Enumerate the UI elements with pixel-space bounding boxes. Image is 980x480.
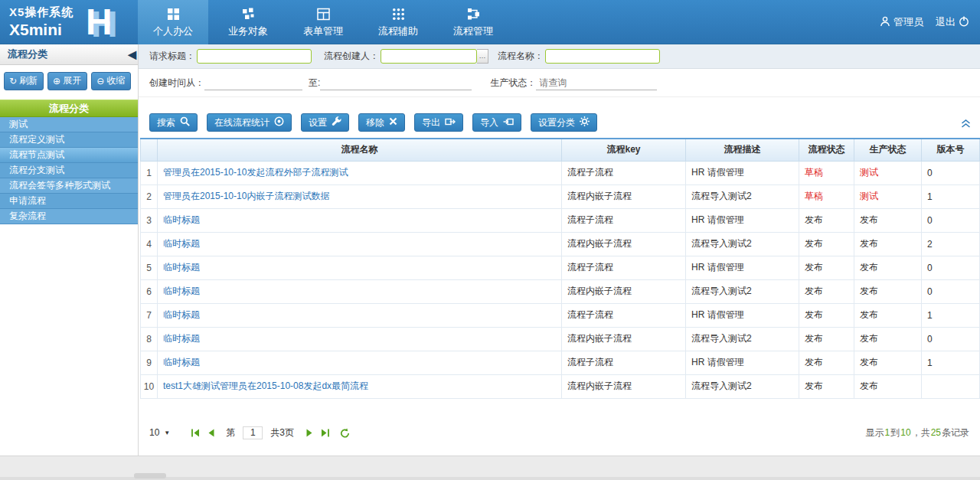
created-to-input[interactable] [320, 77, 472, 90]
cell-status: 发布 [799, 327, 854, 351]
sidebar-item-process-countersign-test[interactable]: 流程会签等多种形式测试 [0, 178, 138, 194]
cell-version [922, 374, 980, 398]
set-category-button[interactable]: 设置分类 [531, 113, 597, 132]
process-name-link[interactable]: 临时标题 [163, 238, 200, 249]
request-title-label: 请求标题： [149, 50, 195, 63]
total-pages: 共3页 [270, 426, 294, 439]
wrench-icon [332, 116, 341, 129]
process-name-link[interactable]: 临时标题 [163, 286, 200, 296]
sidebar-collapse-icon[interactable]: ◀ [128, 44, 136, 64]
collapse-label: 收缩 [106, 74, 125, 87]
import-button[interactable]: 导入 [472, 113, 521, 132]
sidebar-item-process-definition-test[interactable]: 流程定义测试 [0, 132, 138, 148]
creator-lookup-button[interactable]: … [477, 49, 488, 64]
export-icon [445, 117, 456, 129]
to-label: 至: [309, 77, 320, 90]
created-from-input[interactable] [204, 77, 302, 90]
last-page-button[interactable] [321, 429, 330, 437]
cell-key: 流程内嵌子流程 [562, 232, 686, 256]
refresh-button[interactable]: ↻ 刷新 [4, 72, 44, 90]
col-process-status[interactable]: 流程状态 [799, 139, 854, 161]
settings-button[interactable]: 设置 [301, 113, 349, 132]
cell-desc: 流程导入测试2 [686, 232, 799, 256]
cell-version: 0 [922, 327, 980, 351]
row-number: 2 [141, 184, 158, 208]
tab-form-management[interactable]: 表单管理 [288, 0, 358, 44]
process-name-link[interactable]: 临时标题 [163, 214, 200, 225]
main-content: 请求标题： 流程创建人： … 流程名称： 创建时间从： 至: 生产状态： 搜 [139, 44, 980, 456]
top-header: X5操作系统 X5mini H H 个人办公 业务对象 [0, 0, 980, 44]
import-icon [503, 117, 514, 129]
footer-bar [0, 456, 980, 480]
col-row-number [141, 139, 158, 161]
tab-personal-office[interactable]: 个人办公 [138, 0, 208, 44]
main-nav: 个人办公 业务对象 表单管理 流程辅助 [138, 0, 513, 44]
reload-icon[interactable] [340, 428, 350, 438]
cell-key: 流程内嵌子流程 [562, 374, 686, 398]
production-status-input[interactable] [536, 77, 657, 90]
collapse-panel-icon[interactable] [961, 117, 971, 131]
creator-group: 流程创建人： … [324, 49, 488, 64]
process-name-input[interactable] [545, 49, 660, 64]
process-name-link[interactable]: test1大雄测试管理员在2015-10-08发起dx最简流程 [163, 380, 368, 391]
process-name-link[interactable]: 临时标题 [163, 357, 200, 367]
request-title-input[interactable] [197, 49, 312, 64]
cell-version: 1 [922, 351, 980, 374]
creator-input[interactable] [381, 49, 477, 64]
col-process-desc[interactable]: 流程描述 [686, 139, 799, 161]
export-label: 导出 [422, 116, 440, 129]
tab-business-object[interactable]: 业务对象 [213, 0, 283, 44]
process-assist-icon [391, 7, 406, 21]
scrollbar-thumb[interactable] [134, 473, 166, 478]
remove-icon [389, 117, 397, 128]
process-name-link[interactable]: 临时标题 [163, 262, 200, 273]
logout-button[interactable]: 退出 [936, 15, 969, 29]
cell-prod: 测试 [854, 184, 922, 208]
table-row: 3 临时标题 流程子流程 HR 请假管理 发布 发布 0 [141, 208, 980, 232]
online-stats-button[interactable]: 在线流程统计 [207, 113, 292, 132]
first-page-button[interactable] [191, 429, 200, 437]
process-name-link[interactable]: 管理员在2015-10-10内嵌子流程测试数据 [163, 191, 329, 201]
table-header-row: 流程名称 流程key 流程描述 流程状态 生产状态 版本号 [141, 139, 980, 161]
page-size-select[interactable]: 10 ▼ [149, 427, 170, 438]
sidebar-panel-header: 流程分类 ◀ [0, 44, 138, 65]
app-logo: H H [86, 0, 135, 44]
process-name-link[interactable]: 管理员在2015-10-10发起流程外部子流程测试 [163, 167, 348, 178]
tab-process-management[interactable]: 流程管理 [438, 0, 508, 44]
process-name-link[interactable]: 临时标题 [163, 309, 200, 320]
collapse-button[interactable]: ⊖ 收缩 [91, 72, 131, 90]
col-process-key[interactable]: 流程key [562, 139, 686, 161]
filter-row2: 创建时间从： 至: 生产状态： [139, 70, 980, 97]
search-button[interactable]: 搜索 [149, 113, 198, 132]
tab-process-assist[interactable]: 流程辅助 [363, 0, 433, 44]
cell-desc: HR 请假管理 [686, 208, 799, 232]
cell-key: 流程子流程 [562, 256, 686, 279]
col-process-name[interactable]: 流程名称 [158, 139, 562, 161]
prev-page-button[interactable] [207, 429, 214, 437]
tab-label: 业务对象 [228, 24, 268, 38]
tab-label: 流程管理 [453, 24, 493, 38]
cell-desc: HR 请假管理 [686, 351, 799, 374]
col-version[interactable]: 版本号 [922, 139, 980, 161]
cell-desc: HR 请假管理 [686, 161, 799, 184]
search-icon [180, 116, 190, 129]
remove-button[interactable]: 移除 [358, 113, 405, 132]
sidebar-item-complex-process[interactable]: 复杂流程 [0, 209, 138, 224]
summary-to: 10 [900, 427, 911, 438]
page-number-input[interactable] [243, 426, 263, 439]
current-user[interactable]: 管理员 [880, 15, 923, 29]
cell-desc: HR 请假管理 [686, 303, 799, 327]
process-name-group: 流程名称： [498, 49, 660, 64]
export-button[interactable]: 导出 [414, 113, 463, 132]
sidebar-item-application-process[interactable]: 申请流程 [0, 194, 138, 209]
sidebar-panel-title: 流程分类 [8, 48, 47, 60]
category-section-title: 流程分类 [0, 100, 138, 117]
page-size-value: 10 [149, 427, 159, 438]
col-production-status[interactable]: 生产状态 [854, 139, 922, 161]
next-page-button[interactable] [306, 429, 313, 437]
process-name-link[interactable]: 临时标题 [163, 333, 200, 344]
sidebar-item-test[interactable]: 测试 [0, 117, 138, 132]
sidebar-item-process-branch-test[interactable]: 流程分支测试 [0, 163, 138, 178]
expand-button[interactable]: ⊕ 展开 [47, 72, 87, 90]
sidebar-item-process-node-test[interactable]: 流程节点测试 [0, 148, 138, 163]
